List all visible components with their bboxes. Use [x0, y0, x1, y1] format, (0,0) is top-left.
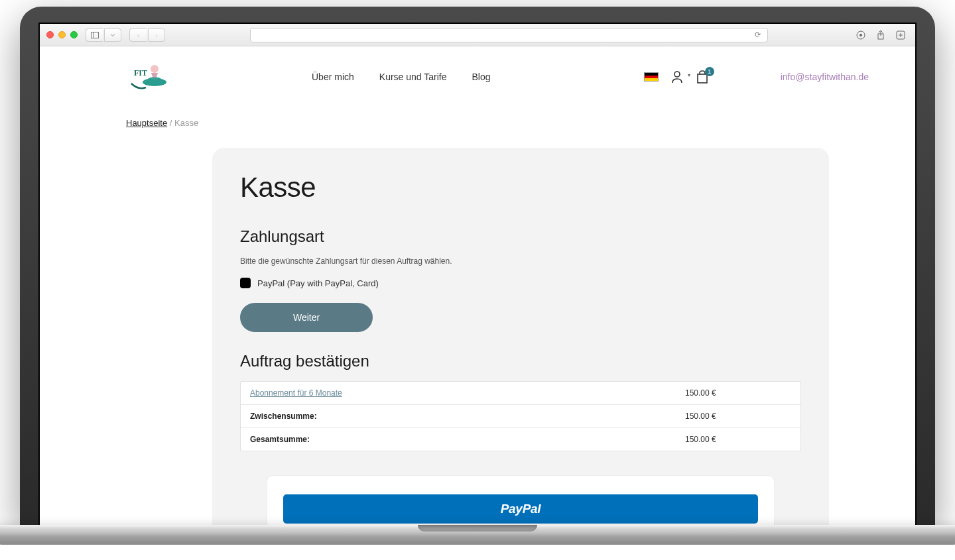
order-product-row: Abonnement für 6 Monate 150.00 €	[241, 382, 800, 405]
browser-toolbar-right	[853, 28, 909, 42]
close-window-button[interactable]	[46, 31, 54, 38]
chevron-right-icon: ›	[155, 31, 158, 39]
sidebar-tabs-buttons	[86, 28, 121, 42]
subtotal-label: Zwischensumme:	[250, 412, 685, 421]
privacy-button[interactable]	[853, 28, 869, 42]
checkout-panel: Kasse Zahlungsart Bitte die gewünschte Z…	[212, 148, 829, 525]
total-label: Gesamtsumme:	[250, 435, 685, 444]
svg-text:FIT: FIT	[134, 68, 147, 78]
window-controls	[46, 31, 78, 38]
svg-point-3	[860, 34, 862, 36]
cart-count-badge: 1	[705, 67, 714, 76]
payment-method-heading: Zahlungsart	[240, 227, 801, 246]
site-header: FIT Über mich Kurse und Tarife Blog	[40, 46, 915, 102]
nav-blog[interactable]: Blog	[472, 72, 491, 82]
address-bar[interactable]: ⟳	[250, 28, 768, 42]
minimize-window-button[interactable]	[58, 31, 66, 38]
main-nav: Über mich Kurse und Tarife Blog	[312, 72, 491, 82]
laptop-screen: ‹ › ⟳	[38, 23, 917, 525]
laptop-device-frame: ‹ › ⟳	[20, 7, 935, 545]
svg-point-9	[674, 72, 680, 77]
site-logo[interactable]: FIT	[126, 58, 172, 95]
order-product-link[interactable]: Abonnement für 6 Monate	[250, 388, 342, 398]
share-icon	[877, 30, 885, 40]
browser-toolbar: ‹ › ⟳	[40, 24, 915, 46]
header-right: 1 info@stayfitwithan.de	[644, 70, 869, 84]
user-icon	[670, 70, 684, 84]
subtotal-value: 150.00 €	[685, 412, 791, 421]
forward-button[interactable]: ›	[148, 28, 165, 42]
chevron-left-icon: ‹	[137, 31, 140, 39]
svg-rect-10	[698, 74, 707, 83]
confirm-order-heading: Auftrag bestätigen	[240, 352, 801, 370]
nav-about[interactable]: Über mich	[312, 72, 354, 82]
account-menu[interactable]	[670, 70, 684, 84]
page-title: Kasse	[240, 172, 801, 203]
sidebar-icon	[91, 32, 99, 38]
payment-option-paypal[interactable]: PayPal (Pay with PayPal, Card)	[240, 278, 801, 288]
plus-icon	[896, 30, 905, 40]
order-summary-table: Abonnement für 6 Monate 150.00 € Zwische…	[240, 381, 801, 451]
order-product-price: 150.00 €	[685, 388, 791, 398]
share-button[interactable]	[873, 28, 889, 42]
shield-icon	[856, 30, 865, 40]
back-button[interactable]: ‹	[129, 28, 147, 42]
breadcrumb-separator: /	[167, 118, 174, 128]
radio-checked-icon	[240, 278, 251, 288]
nav-courses[interactable]: Kurse und Tarife	[379, 72, 447, 82]
svg-point-7	[151, 65, 159, 73]
tab-overview-button[interactable]	[104, 28, 121, 42]
breadcrumb: Hauptseite / Kasse	[40, 102, 915, 139]
svg-rect-0	[91, 32, 98, 38]
laptop-bezel: ‹ › ⟳	[20, 7, 935, 525]
language-flag-de[interactable]	[644, 72, 659, 82]
nav-back-forward: ‹ ›	[129, 28, 165, 42]
page-content: FIT Über mich Kurse und Tarife Blog	[40, 46, 915, 525]
sidebar-toggle-button[interactable]	[86, 28, 103, 42]
paypal-button[interactable]: PayPal	[283, 494, 758, 524]
order-total-row: Gesamtsumme: 150.00 €	[241, 428, 800, 451]
maximize-window-button[interactable]	[70, 31, 78, 38]
breadcrumb-current: Kasse	[174, 118, 198, 128]
contact-email-link[interactable]: info@stayfitwithan.de	[781, 72, 869, 82]
paypal-payment-section: PayPal CARD NUMBER	[267, 475, 775, 525]
payment-instruction: Bitte die gewünschte Zahlungsart für die…	[240, 256, 801, 266]
breadcrumb-home[interactable]: Hauptseite	[126, 118, 167, 128]
continue-button[interactable]: Weiter	[240, 303, 373, 332]
chevron-down-icon	[110, 32, 115, 38]
order-subtotal-row: Zwischensumme: 150.00 €	[241, 405, 800, 428]
new-tab-button[interactable]	[893, 28, 909, 42]
reload-icon[interactable]: ⟳	[755, 30, 761, 39]
payment-option-label: PayPal (Pay with PayPal, Card)	[257, 278, 379, 288]
total-value: 150.00 €	[685, 435, 791, 444]
laptop-base	[0, 525, 955, 545]
cart-button[interactable]: 1	[696, 70, 709, 84]
